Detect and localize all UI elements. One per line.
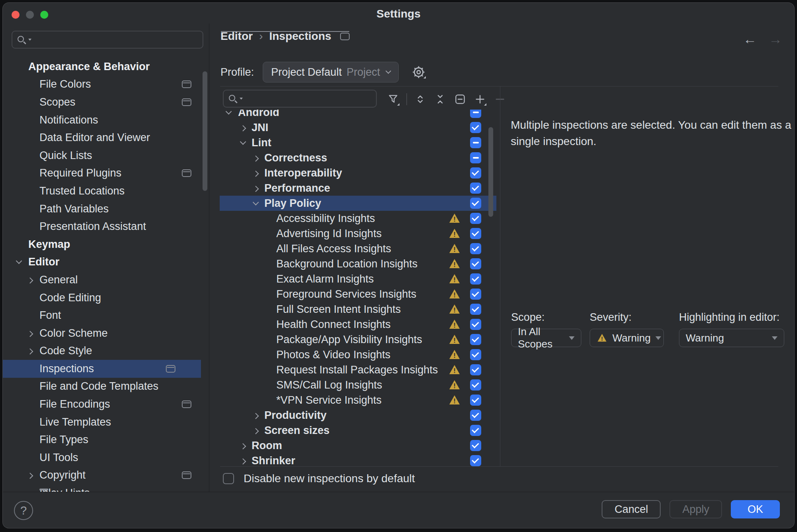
chevron-right-icon[interactable] [239,124,247,132]
sidebar-item-editor[interactable]: Editor [3,253,209,271]
checkbox[interactable] [470,425,481,436]
collapse-all-button[interactable] [432,91,449,108]
tree-item-full-screen-intent-insights[interactable]: Full Screen Intent Insights [220,302,496,317]
checkbox[interactable] [470,410,481,421]
highlighting-dropdown[interactable]: Warning [679,329,784,347]
checkbox[interactable] [470,137,481,148]
chevron-right-icon[interactable] [252,411,260,419]
tree-item-foreground-services-insights[interactable]: Foreground Services Insights [220,287,496,302]
tree-item-health-connect-insights[interactable]: Health Connect Insights [220,317,496,332]
tree-item-sms-call-log-insights[interactable]: SMS/Call Log Insights [220,377,496,393]
sidebar-item-code-style[interactable]: Code Style [3,342,209,360]
sidebar-search-field[interactable] [12,31,203,49]
tree-scrollbar[interactable] [488,127,493,217]
tree-item-interoperability[interactable]: Interoperability [220,165,496,181]
checkbox[interactable] [470,395,481,406]
checkbox[interactable] [470,440,481,451]
sidebar-item-file-code-templates[interactable]: File and Code Templates [3,378,209,396]
checkbox[interactable] [470,273,481,285]
chevron-right-icon[interactable] [252,426,260,434]
chevron-right-icon[interactable] [239,457,247,465]
inspections-search-field[interactable] [223,90,377,108]
checkbox[interactable] [470,183,481,194]
help-button[interactable]: ? [14,501,33,520]
tree-item-play-policy[interactable]: Play Policy [220,196,496,211]
tree-item-productivity[interactable]: Productivity [220,408,496,423]
chevron-down-icon[interactable] [239,139,247,147]
tree-item-lint[interactable]: Lint [220,135,496,150]
search-history-caret-icon[interactable] [28,39,31,41]
sidebar-item-keymap[interactable]: Keymap [3,236,209,253]
apply-button[interactable]: Apply [669,500,722,518]
chevron-down-icon[interactable] [224,110,232,116]
sidebar-item-inspections[interactable]: Inspections [3,360,201,378]
maximize-window-button[interactable] [40,11,48,19]
tree-item-package-app-visibility-insights[interactable]: Package/App Visibility Insights [220,332,496,347]
chevron-right-icon[interactable] [252,154,260,162]
sidebar-item-ui-tools[interactable]: UI Tools [3,449,209,467]
chevron-right-icon[interactable] [26,329,34,337]
ok-button[interactable]: OK [731,500,780,518]
checkbox[interactable] [470,455,481,466]
scope-dropdown[interactable]: In All Scopes [511,329,581,347]
chevron-right-icon[interactable] [252,169,260,177]
tree-item-photos-video-insights[interactable]: Photos & Video Insights [220,347,496,362]
sidebar-item-code-editing[interactable]: Code Editing [3,289,209,307]
sidebar-scrollbar[interactable] [203,71,207,191]
filter-button[interactable] [385,91,401,108]
sidebar-item-notifications[interactable]: Notifications [3,111,209,129]
sidebar-item-file-colors[interactable]: File Colors [3,76,209,94]
checkbox[interactable] [470,289,481,300]
tree-item-vpn-service-insights[interactable]: *VPN Service Insights [220,393,496,408]
checkbox[interactable] [470,122,481,133]
checkbox[interactable] [470,198,481,209]
checkbox[interactable] [470,152,481,163]
sidebar-item-inlay-hints[interactable]: Inlay Hints [3,484,209,492]
sidebar-search-input[interactable] [33,33,199,46]
chevron-down-icon[interactable] [15,258,23,266]
sidebar-item-file-encodings[interactable]: File Encodings [3,395,209,413]
sidebar-item-quick-lists[interactable]: Quick Lists [3,147,209,165]
minimize-window-button[interactable] [26,11,34,19]
reset-inspection-button[interactable] [452,91,468,108]
sidebar-item-trusted-locations[interactable]: Trusted Locations [3,182,209,200]
tree-item-background-location-insights[interactable]: Background Location Insights [220,256,496,271]
checkbox[interactable] [470,110,481,118]
sidebar-item-color-scheme[interactable]: Color Scheme [3,324,209,342]
tree-item-screen-sizes[interactable]: Screen sizes [220,423,496,438]
sidebar-item-file-types[interactable]: File Types [3,431,209,449]
tree-item-request-install-packages-insights[interactable]: Request Install Packages Insights [220,362,496,377]
checkbox[interactable] [470,349,481,360]
back-arrow-icon[interactable]: ← [743,31,757,47]
checkbox[interactable] [470,379,481,391]
tree-item-jni[interactable]: JNI [220,120,496,135]
tree-item-room[interactable]: Room [220,438,496,453]
profile-dropdown[interactable]: Project Default Project [263,62,399,82]
tree-item-correctness[interactable]: Correctness [220,150,496,165]
sidebar-item-required-plugins[interactable]: Required Plugins [3,165,209,183]
tree-item-shrinker[interactable]: Shrinker [220,453,496,466]
sidebar-item-presentation-assistant[interactable]: Presentation Assistant [3,218,209,236]
sidebar-item-copyright[interactable]: Copyright [3,467,209,485]
sidebar-item-scopes[interactable]: Scopes [3,93,209,111]
checkbox[interactable] [470,228,481,239]
sidebar-item-general[interactable]: General [3,271,209,289]
chevron-right-icon[interactable] [252,184,260,192]
checkbox[interactable] [470,167,481,179]
tree-item-exact-alarm-insights[interactable]: Exact Alarm Insights [220,271,496,287]
sidebar-item-data-editor[interactable]: Data Editor and Viewer [3,129,209,147]
checkbox[interactable] [470,334,481,345]
sidebar-item-font[interactable]: Font [3,306,209,324]
checkbox[interactable] [470,243,481,254]
tree-item-advertising-id-insights[interactable]: Advertising Id Insights [220,226,496,241]
inspections-search-input[interactable] [244,92,372,105]
sidebar-item-live-templates[interactable]: Live Templates [3,413,209,431]
sidebar-item-path-variables[interactable]: Path Variables [3,200,209,218]
search-history-caret-icon[interactable] [240,98,243,100]
profile-actions-gear-button[interactable] [410,63,427,81]
chevron-right-icon[interactable] [26,471,34,479]
tree-item-all-files-access-insights[interactable]: All Files Access Insights [220,241,496,256]
tree-item-android[interactable]: Android [220,110,496,120]
disable-new-inspections-checkbox[interactable] [223,473,234,484]
chevron-right-icon[interactable] [26,347,34,355]
